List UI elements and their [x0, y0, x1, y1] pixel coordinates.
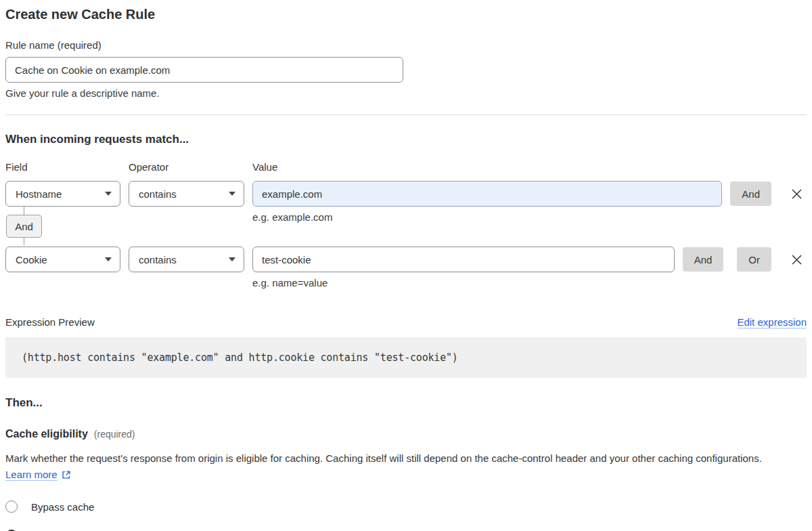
operator-select[interactable]: contains: [129, 181, 244, 207]
chevron-down-icon: [229, 257, 235, 261]
connector-and-button[interactable]: And: [6, 215, 42, 238]
expression-preview-code: (http.host contains "example.com" and ht…: [5, 337, 807, 378]
expression-code-text: (http.host contains "example.com" and ht…: [22, 352, 458, 364]
condition-rows: Hostname contains e.g. example.com And A…: [5, 181, 807, 289]
edit-expression-link[interactable]: Edit expression: [737, 316, 807, 328]
and-button[interactable]: And: [683, 247, 724, 272]
cache-eligibility-options: Bypass cache Eligible for cache: [5, 498, 807, 531]
match-heading: When incoming requests match...: [5, 133, 807, 146]
description-text: Mark whether the request’s response from…: [5, 452, 762, 464]
external-link-icon: [62, 470, 71, 480]
section-divider: [5, 114, 807, 115]
create-cache-rule-page: Create new Cache Rule Rule name (require…: [0, 0, 812, 531]
cache-eligibility-description: Mark whether the request’s response from…: [5, 450, 787, 483]
field-select-value: Hostname: [16, 188, 62, 200]
cache-eligibility-heading: Cache eligibility: [5, 428, 88, 440]
rule-name-input[interactable]: [5, 57, 403, 83]
or-button[interactable]: Or: [737, 247, 771, 272]
remove-condition-button[interactable]: [786, 182, 807, 206]
value-hint: e.g. name=value: [252, 277, 675, 289]
operator-select-value: contains: [139, 188, 177, 200]
operator-select-value: contains: [139, 254, 177, 266]
then-heading: Then...: [5, 396, 807, 410]
field-column-label: Field: [5, 161, 120, 173]
expression-preview-label: Expression Preview: [5, 316, 95, 328]
operator-column-label: Operator: [129, 161, 244, 173]
condition-row-1: Hostname contains e.g. example.com And: [5, 181, 807, 223]
rule-name-label: Rule name (required): [5, 39, 807, 51]
operator-select[interactable]: contains: [129, 247, 244, 272]
value-column-label: Value: [252, 161, 807, 173]
and-button[interactable]: And: [730, 182, 771, 206]
chevron-down-icon: [105, 257, 112, 261]
cache-eligibility-heading-row: Cache eligibility (required): [5, 428, 807, 440]
value-hint: e.g. example.com: [252, 211, 722, 223]
value-input[interactable]: [252, 247, 675, 272]
rule-name-help: Give your rule a descriptive name.: [5, 87, 807, 99]
value-input[interactable]: [252, 181, 722, 207]
required-note: (required): [94, 429, 135, 440]
radio-option-bypass-cache[interactable]: Bypass cache: [5, 498, 807, 515]
field-select[interactable]: Hostname: [5, 181, 120, 207]
radio-icon: [5, 501, 18, 513]
close-icon: [790, 188, 803, 200]
radio-option-eligible-for-cache[interactable]: Eligible for cache: [5, 527, 807, 531]
remove-condition-button[interactable]: [786, 247, 807, 272]
close-icon: [790, 253, 803, 266]
condition-column-labels: Field Operator Value: [5, 161, 807, 173]
field-select[interactable]: Cookie: [5, 247, 120, 272]
learn-more-link[interactable]: Learn more: [5, 469, 58, 480]
condition-row-2: Cookie contains e.g. name=value And Or: [5, 247, 807, 289]
page-title: Create new Cache Rule: [5, 0, 807, 23]
expression-preview-header: Expression Preview Edit expression: [5, 316, 807, 328]
chevron-down-icon: [229, 192, 235, 196]
value-column: e.g. name=value: [252, 247, 675, 289]
field-select-value: Cookie: [16, 254, 47, 266]
radio-label: Bypass cache: [31, 501, 94, 513]
chevron-down-icon: [105, 192, 112, 196]
value-column: e.g. example.com: [252, 181, 722, 223]
